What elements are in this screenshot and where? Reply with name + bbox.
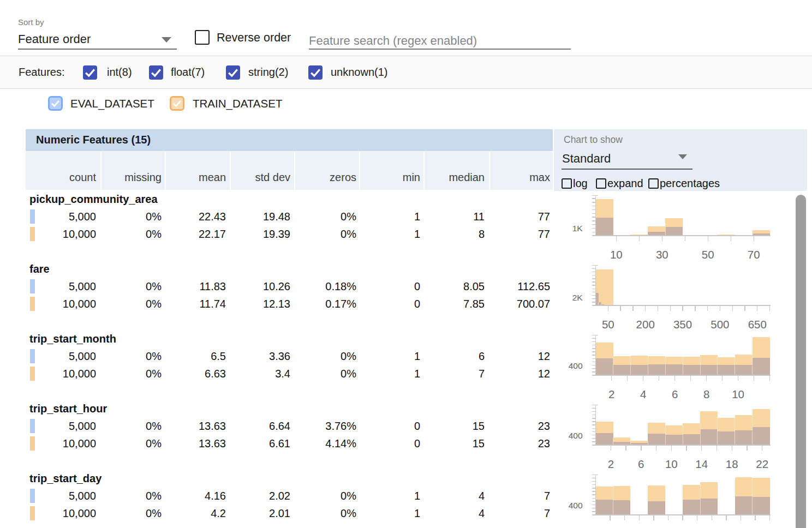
bar-seam (752, 355, 753, 375)
column-separator (423, 152, 425, 190)
stat-cell-zeros: 4.14% (290, 436, 356, 451)
x-axis-tick-label: 8 (703, 388, 709, 400)
chart-option-checkbox-percentages[interactable] (648, 178, 659, 189)
histogram-bars (596, 269, 613, 305)
eval-overlap-bar (648, 434, 665, 445)
feature-block-fare: fare5,0000%11.8310.260.18%08.05112.6510,… (26, 260, 553, 329)
x-axis-tick-label: 10 (665, 458, 678, 470)
check-stroke (229, 69, 237, 76)
x-axis-tick-label: 70 (748, 248, 760, 261)
column-separator (165, 152, 166, 190)
stat-cell-max: 23 (483, 436, 550, 451)
stat-cell-min: 1 (354, 209, 420, 224)
stat-cell-zeros: 0.18% (290, 279, 356, 293)
check-icon (171, 98, 183, 109)
vertical-scrollbar-thumb[interactable] (796, 195, 806, 528)
x-axis-tick-label: 30 (656, 248, 668, 261)
sort-by-dropdown[interactable]: Feature order (18, 32, 91, 46)
search-field (309, 32, 571, 50)
histogram-trip_start_hour: 4002610141822 (554, 400, 797, 470)
x-axis-tick-label: 10 (732, 388, 744, 400)
dataset-checkbox-train_dataset[interactable] (170, 96, 184, 111)
bar-seam (598, 302, 599, 305)
stat-cell-count: 5,000 (29, 209, 96, 224)
stat-cell-min: 1 (354, 489, 420, 503)
bar-seam (735, 418, 735, 445)
stat-cell-missing: 0% (95, 489, 162, 503)
bar-seam (665, 226, 666, 236)
feature-search-input[interactable] (309, 32, 571, 50)
eval-overlap-bar (735, 365, 753, 375)
x-axis-tick-label: 2 (608, 388, 614, 400)
feature-type-checkbox-unknown[interactable] (308, 65, 323, 80)
eval-overlap-bar (613, 442, 631, 445)
chart-to-show-label: Chart to show (564, 134, 623, 146)
feature-type-checkbox-string[interactable] (226, 65, 240, 80)
stat-cell-count: 10,000 (29, 436, 96, 451)
feature-type-label: string(2) (248, 66, 288, 79)
x-axis-tick-label: 22 (756, 458, 768, 470)
bar-seam (613, 487, 613, 515)
feature-type-checkbox-float[interactable] (149, 65, 163, 80)
feature-name: fare (29, 262, 50, 276)
stat-cell-max: 7 (483, 489, 550, 503)
eval-overlap-bar (599, 302, 601, 305)
stat-cell-median: 7.85 (418, 297, 485, 311)
check-icon (50, 98, 61, 109)
check-stroke (152, 69, 160, 76)
column-separator (100, 152, 101, 190)
stat-cell-count: 5,000 (29, 489, 96, 503)
stat-cell-median: 4 (418, 506, 485, 520)
eval-overlap-bar (665, 364, 683, 375)
sort-by-label: Sort by (18, 17, 44, 27)
stat-cell-mean: 22.43 (159, 209, 226, 224)
stat-cell-max: 12 (483, 367, 550, 381)
stat-cell-missing: 0% (95, 506, 162, 520)
stat-cell-missing: 0% (95, 436, 162, 451)
bar-seam (717, 418, 718, 445)
histogram-charts: 1K103050702K5020035050065040024681040026… (554, 191, 797, 528)
histogram-fare: 2K50200350500650 (554, 261, 797, 331)
reverse-order-label: Reverse order (217, 31, 291, 45)
stat-cell-min: 1 (354, 367, 420, 381)
stat-cell-zeros: 0% (290, 349, 356, 363)
x-axis-tick-label: 4 (640, 388, 646, 400)
eval-overlap-bar (648, 501, 665, 515)
stat-cell-missing: 0% (95, 209, 162, 224)
chevron-down-icon[interactable] (678, 154, 687, 159)
x-axis-tick-label: 500 (710, 318, 729, 331)
feature-type-checkbox-int[interactable] (83, 65, 97, 80)
reverse-order-checkbox[interactable] (195, 30, 210, 45)
check-stroke (52, 101, 59, 106)
dataset-checkbox-eval_dataset[interactable] (48, 96, 63, 111)
stat-cell-std-dev: 6.61 (224, 436, 290, 451)
stat-cell-max: 112.65 (483, 279, 550, 293)
column-separator (294, 152, 295, 190)
x-axis-tick-label: 6 (638, 458, 644, 470)
bar-seam (683, 357, 683, 375)
chevron-down-icon[interactable] (162, 37, 171, 43)
stat-cell-median: 8 (418, 227, 485, 241)
bar-seam (648, 356, 648, 375)
chart-option-checkbox-log[interactable] (562, 178, 572, 189)
stat-cell-count: 10,000 (29, 506, 96, 520)
bar-seam (700, 423, 701, 445)
histogram-bars (596, 337, 770, 375)
eval-overlap-bar (753, 497, 770, 515)
y-axis-label: 400 (569, 361, 583, 370)
chart-option-checkbox-expand[interactable] (596, 178, 606, 189)
column-separator (489, 152, 490, 190)
chart-option-label: percentages (660, 177, 720, 190)
eval-overlap-bar (665, 435, 683, 445)
stat-cell-missing: 0% (95, 279, 162, 293)
chart-type-dropdown[interactable]: Standard (562, 152, 611, 166)
stat-cell-mean: 6.5 (159, 349, 226, 363)
dataset-legend-label: TRAIN_DATASET (193, 97, 282, 110)
feature-type-label: unknown(1) (331, 66, 388, 79)
stat-cell-median: 7 (418, 367, 485, 381)
chart-labels: 400 (569, 501, 583, 510)
stat-cell-zeros: 3.76% (290, 419, 356, 433)
stat-cell-median: 6 (418, 349, 485, 363)
stat-cell-min: 0 (354, 297, 420, 311)
feature-block-pickup_community_area: pickup_community_area5,0000%22.4319.480%… (26, 190, 553, 260)
